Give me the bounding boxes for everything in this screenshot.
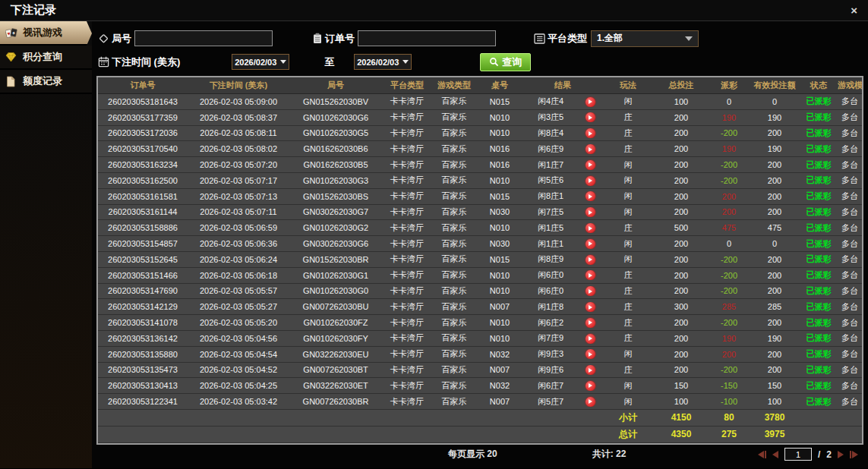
date-from-picker[interactable]: 2026/02/03 [232,54,289,70]
replay-play-icon[interactable] [578,349,602,360]
prev-page-icon[interactable] [772,451,778,458]
cell-payout: -200 [709,128,750,137]
replay-play-icon[interactable] [578,270,602,281]
cell-payout: 190 [709,113,750,122]
cell-mode: 多台 [838,127,862,139]
subtotal-valid: 3780 [750,412,800,423]
cell-result: 闲8庄4 [523,127,578,139]
cell-table: N015 [476,192,523,201]
column-header: 玩法 [602,80,654,91]
replay-play-icon[interactable] [578,128,602,139]
cell-result: 闲1庄8 [523,301,578,313]
table-row: 2602030531526452026-02-03 05:06:24GN0152… [98,252,862,268]
round-number-input[interactable] [134,30,273,46]
query-button-label: 查询 [502,55,522,69]
cell-time: 2026-02-03 05:04:54 [188,350,289,359]
cell-payout: -150 [709,381,750,390]
cell-time: 2026-02-03 05:08:37 [188,113,289,122]
first-page-icon[interactable] [758,451,766,458]
cell-order: 260203053130413 [98,381,188,390]
platform-type-select[interactable]: 1.全部 [591,30,699,47]
cell-result: 闲7庄5 [523,206,578,218]
cell-time: 2026-02-03 05:06:18 [188,271,289,280]
cell-valid: 150 [750,381,800,390]
table-row: 2602030531773592026-02-03 05:08:37GN0102… [98,110,862,126]
cell-result: 闲6庄2 [523,317,578,329]
table-body: 2602030531816432026-02-03 05:09:00GN0152… [98,94,862,443]
replay-play-icon[interactable] [578,254,602,265]
replay-play-icon[interactable] [578,96,602,107]
replay-play-icon[interactable] [578,191,602,202]
query-button[interactable]: 查询 [480,53,531,71]
close-icon[interactable]: × [851,5,857,16]
cell-time: 2026-02-03 05:07:13 [188,192,289,201]
cell-order: 260203053142129 [98,302,188,311]
cell-result: 闲7庄9 [523,332,578,344]
cell-platform: 卡卡湾厅 [382,285,432,297]
replay-play-icon[interactable] [578,175,602,186]
sidebar-item-points-query[interactable]: 积分查询 [0,46,92,70]
total-payout: 275 [709,429,750,439]
cell-table: N032 [476,381,523,390]
replay-play-icon[interactable] [578,396,602,407]
cell-game: 百家乐 [432,317,476,329]
cell-status: 已派彩 [800,175,838,186]
cell-payout: -200 [709,365,750,374]
order-number-input[interactable] [358,30,496,46]
pagination-bar: 每页显示 20 共计: 22 / 2 [95,445,866,464]
cell-result: 闲6庄0 [523,269,578,281]
replay-play-icon[interactable] [578,317,602,328]
filter-bar: 局号 订单号 平台类型 1.全部 下 [95,25,866,74]
last-page-icon[interactable] [850,451,858,458]
cell-play: 庄 [602,332,654,344]
table-header-row: 订单号下注时间 (美东)局号平台类型游戏类型桌号结果玩法总投注派彩有效投注额状态… [98,77,862,94]
replay-play-icon[interactable] [578,333,602,344]
cell-order: 260203053141078 [98,318,188,327]
replay-play-icon[interactable] [578,223,602,234]
cell-table: N015 [476,97,523,106]
replay-play-icon[interactable] [578,159,602,170]
cell-status: 已派彩 [800,285,838,297]
cell-table: N016 [476,144,523,153]
sidebar-item-quota-records[interactable]: 额度记录 [0,70,92,94]
replay-play-icon[interactable] [578,207,602,218]
cell-bet: 200 [654,128,709,137]
cell-platform: 卡卡湾厅 [382,112,432,123]
cell-result: 闲3庄5 [523,112,578,123]
replay-play-icon[interactable] [578,112,602,123]
cell-game: 百家乐 [432,175,476,186]
window-titlebar: 下注记录 × [0,0,868,21]
next-page-icon[interactable] [838,451,844,458]
cell-status: 已派彩 [800,380,838,392]
sidebar-item-video-games[interactable]: ♥ ♠ 视讯游戏 [0,21,92,46]
cell-bet: 200 [654,160,709,169]
cell-mode: 多台 [838,112,862,123]
cell-game: 百家乐 [432,112,476,123]
cell-bet: 200 [654,176,709,185]
page-number-input[interactable] [784,448,812,461]
table-row: 2602030531632342026-02-03 05:07:20GN0162… [98,157,862,173]
cell-table: N016 [476,160,523,169]
replay-play-icon[interactable] [578,365,602,376]
cell-platform: 卡卡湾厅 [382,332,432,344]
date-to-picker[interactable]: 2026/02/03 [354,54,412,70]
cell-mode: 多台 [838,380,862,392]
replay-play-icon[interactable] [578,302,602,313]
cell-game: 百家乐 [432,96,476,107]
cell-game: 百家乐 [432,127,476,139]
replay-play-icon[interactable] [578,238,602,249]
cell-valid: 200 [750,176,800,185]
order-number-label: 订单号 [325,32,355,46]
cell-order: 260203053170540 [98,144,188,153]
cell-table: N010 [476,113,523,122]
replay-play-icon[interactable] [578,380,602,391]
replay-play-icon[interactable] [578,144,602,155]
subtotal-row: 小计4150803780 [98,410,862,427]
cell-game: 百家乐 [432,222,476,234]
cell-result: 闲1庄5 [523,222,578,234]
replay-play-icon[interactable] [578,286,602,297]
cell-play: 庄 [602,112,654,123]
column-header: 桌号 [476,80,523,91]
cell-status: 已派彩 [800,143,838,155]
cell-mode: 多台 [838,206,862,218]
